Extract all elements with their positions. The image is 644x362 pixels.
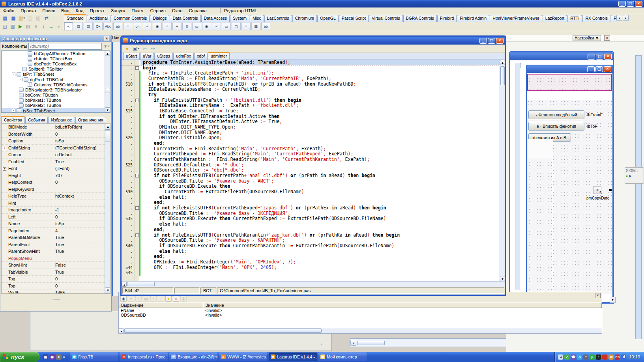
menu-item-9[interactable]: Окно	[169, 8, 186, 13]
column-header-value[interactable]: Значение	[203, 302, 602, 308]
component-icon-cursor[interactable]: ↖	[64, 22, 73, 30]
property-row[interactable]: PageIndex4	[2, 228, 110, 235]
property-value[interactable]	[53, 255, 110, 262]
mail-icon[interactable]: ✉	[608, 355, 614, 360]
property-row[interactable]: ParentShowHintTrue	[2, 248, 110, 255]
fold-collapse-icon[interactable]: -	[135, 174, 139, 177]
maximize-button[interactable]: ▢	[596, 54, 603, 60]
property-value[interactable]: False	[53, 262, 110, 269]
property-value[interactable]: True	[53, 248, 110, 255]
tree-item[interactable]: Splitter8: TSplitter	[2, 67, 110, 72]
property-row[interactable]: PopupMenu	[2, 255, 110, 262]
new-form-icon[interactable]: ▦	[9, 15, 17, 22]
inspector-tab-3[interactable]: Ограничения	[75, 117, 106, 123]
fold-collapse-icon[interactable]: -	[135, 99, 139, 102]
fold-collapse-icon[interactable]: -	[135, 66, 139, 70]
scrollbar-thumb[interactable]	[500, 66, 505, 85]
property-value[interactable]: 4	[53, 228, 110, 234]
viber-icon[interactable]: ☎	[571, 355, 576, 360]
palette-tab-7[interactable]: Misc	[250, 15, 264, 22]
scroll-up-icon[interactable]: ▲	[105, 124, 110, 130]
palette-tab-19[interactable]: RX Controls	[582, 15, 610, 22]
property-value[interactable]: True	[53, 241, 110, 248]
tree-item[interactable]: -tsPr: TTabSheet	[2, 72, 110, 77]
scrollbar-thumb[interactable]	[124, 328, 322, 333]
vertical-scrollbar[interactable]	[515, 63, 520, 289]
menu-item-10[interactable]: Справка	[186, 8, 210, 13]
step-into-icon[interactable]: ↓	[40, 23, 47, 30]
fold-collapse-icon[interactable]: -	[135, 206, 139, 210]
property-value[interactable]: tsSp	[53, 220, 110, 227]
tree-expand-icon[interactable]: -	[12, 73, 15, 76]
antivirus-icon[interactable]: ✓	[564, 355, 569, 360]
property-row[interactable]: BiDiModebdLeftToRight	[2, 124, 110, 131]
build-mode-icon[interactable]: ⇄	[43, 15, 51, 22]
tree-item[interactable]: bbConv: TButton	[2, 93, 110, 98]
inspector-tab-0[interactable]: Свойства	[1, 116, 25, 123]
status-red-icon[interactable]	[602, 355, 607, 360]
form-button-phenotype-entered[interactable]: - Фенотип введённый	[528, 110, 584, 119]
tree-item[interactable]: -dgProd: TDBGrid	[2, 77, 110, 82]
property-value[interactable]: (TControlChildSizing)	[53, 145, 110, 151]
play-icon[interactable]: ▶	[629, 174, 632, 178]
editor-tab-xdbf[interactable]: xdbf	[194, 53, 208, 60]
component-icon-tedit[interactable]: ab	[113, 22, 122, 30]
component-tree[interactable]: ▲ ▼ bbCopyAllDonors: TButtoncbAuto: TChe…	[1, 50, 110, 113]
jump-forward-icon[interactable]: ⇨	[149, 45, 157, 52]
property-value[interactable]: bdLeftToRight	[53, 124, 110, 131]
scroll-down-icon[interactable]: ▼	[105, 287, 110, 293]
taskbar-task-5[interactable]: ▣Мой компьютер	[318, 353, 367, 361]
remove-watch-icon[interactable]: −	[135, 296, 142, 302]
scrollbar-thumb[interactable]	[357, 341, 385, 345]
taskbar-task-0[interactable]: ◉Глаз.ТВ	[70, 353, 118, 361]
resize-grip-icon[interactable]: ⋱	[318, 341, 323, 345]
property-value[interactable]	[53, 186, 110, 193]
minimize-button[interactable]: _	[588, 54, 595, 60]
property-value[interactable]: 0	[53, 276, 110, 282]
component-icon-tbutton[interactable]: Ok	[94, 22, 103, 30]
property-row[interactable]: ParentFontTrue	[2, 241, 110, 248]
tree-item[interactable]: +tsSp: TTabSheet	[2, 108, 110, 113]
palette-tab-6[interactable]: System	[230, 15, 249, 22]
source-editor-titlebar[interactable]: Редактор исходного кода _ ▢ ×	[122, 37, 505, 45]
property-value[interactable]: True	[53, 234, 110, 241]
designer-form-grid[interactable]: - Фенотип введённый lbFromF е - Вписать …	[527, 100, 612, 294]
palette-scroll-left-icon[interactable]: ◂	[616, 15, 622, 21]
lang-indicator[interactable]: En	[615, 355, 620, 360]
menu-item-1[interactable]: Правка	[17, 8, 39, 13]
palette-tab-20[interactable]: RX Tools	[611, 15, 616, 22]
scroll-up-icon[interactable]: ▲	[500, 60, 505, 65]
property-value[interactable]: (TFont)	[53, 165, 110, 172]
editor-horizontal-scrollbar[interactable]: ◂	[122, 281, 505, 287]
tree-item[interactable]: bbCopyAllDonors: TButton	[2, 51, 110, 56]
taskbar-task-1[interactable]: ◎freepascal.ru • Прос...	[120, 353, 168, 361]
filter-icon[interactable]: ▼×	[103, 44, 110, 49]
editor-tab-udmFox[interactable]: udmFox	[173, 53, 194, 60]
property-row[interactable]: HelpContext0	[2, 179, 110, 186]
property-value[interactable]: 1465	[53, 289, 110, 294]
menu-item-2[interactable]: Поиск	[39, 8, 58, 13]
property-value[interactable]: 0	[53, 214, 110, 220]
tree-item[interactable]: bbPaket1: TButton	[2, 98, 110, 103]
property-grid[interactable]: BiDiModebdLeftToRightBorderWidth0Caption…	[1, 123, 110, 294]
palette-tab-8[interactable]: LazControls	[264, 15, 292, 22]
property-row[interactable]: CaptiontsSp	[2, 138, 110, 145]
component-icon-tactionlist[interactable]: ≡	[242, 22, 251, 30]
taskbar-task-3[interactable]: SWWW - [Z:/home/tes...	[219, 353, 267, 361]
inspector-tab-2[interactable]: Избранное	[48, 117, 75, 123]
property-row[interactable]: Height707	[2, 172, 110, 179]
palette-tab-14[interactable]: Firebird	[437, 15, 457, 22]
column-header-expression[interactable]: Выражение	[119, 302, 203, 308]
palette-tab-9[interactable]: Chromium	[292, 15, 317, 22]
quick-launch-icon-2[interactable]: ◉	[49, 354, 55, 360]
property-row[interactable]: Width1465	[2, 289, 110, 294]
view-units-icon[interactable]: ▤	[1, 23, 9, 30]
designer-outer-titlebar[interactable]: _ ▢ ×	[510, 52, 613, 60]
scroll-left-icon[interactable]: ◂	[350, 340, 356, 346]
taskbar-task-4[interactable]: ◆Lazarus IDE v1.4.4 - ...	[269, 353, 317, 361]
menu-item-0[interactable]: Файл	[0, 8, 17, 13]
palette-tab-5[interactable]: Data Access	[201, 15, 230, 22]
property-row[interactable]: CursorcrDefault	[2, 151, 110, 159]
menu-item-6[interactable]: Запуск	[108, 8, 128, 13]
scroll-left-icon[interactable]: ◂	[119, 328, 124, 333]
